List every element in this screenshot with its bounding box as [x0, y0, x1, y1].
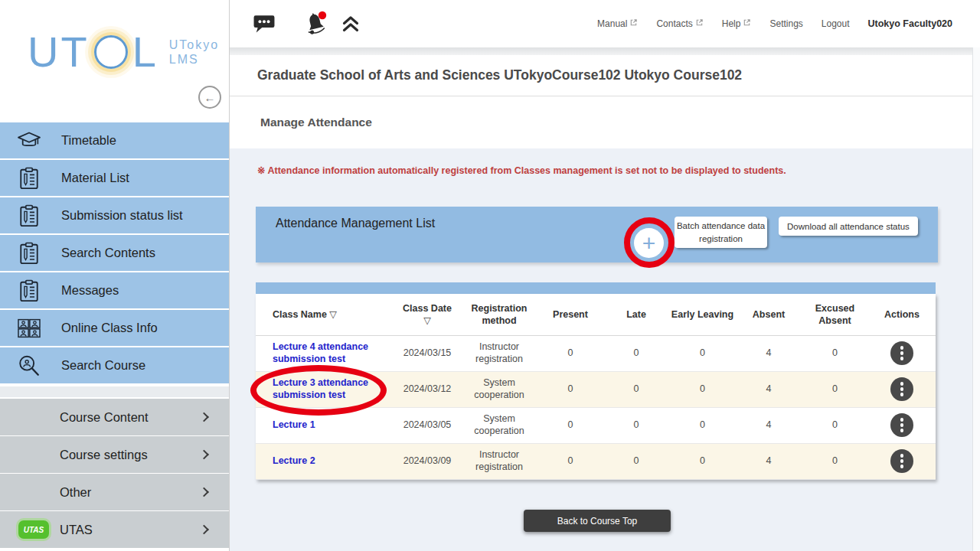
user-name: Utokyo Faculty020	[868, 18, 952, 29]
sidebar-item-material-list[interactable]: Material List	[0, 160, 229, 196]
back-to-course-top-button[interactable]: Back to Course Top	[524, 510, 671, 532]
class-date-cell: 2024/03/15	[394, 335, 461, 371]
sidebar-menu-label: Other	[60, 485, 91, 500]
batch-registration-button[interactable]: Batch attendance data registration	[675, 217, 767, 248]
sidebar-gap	[0, 385, 229, 399]
present-cell: 0	[537, 443, 603, 479]
graduation-cap-icon	[14, 130, 44, 152]
sidebar-item-label: Submission status list	[61, 208, 183, 223]
external-link-icon	[629, 18, 638, 29]
row-actions-kebab-button[interactable]	[890, 377, 913, 401]
sidebar-item-submission-status-list[interactable]: Submission status list	[0, 197, 229, 233]
sidebar-item-online-class-info[interactable]: Online Class Info	[0, 310, 229, 346]
absent-cell: 4	[736, 407, 802, 443]
left-arrow-icon: ←	[204, 91, 216, 104]
column-header-absent: Absent	[736, 294, 802, 335]
sidebar-item-label: Timetable	[61, 133, 116, 148]
class-date-cell: 2024/03/05	[394, 407, 461, 443]
column-header-actions: Actions	[868, 294, 936, 335]
add-attendance-button[interactable]: +	[634, 228, 664, 258]
registration-method-cell: System cooperation	[461, 407, 537, 443]
sidebar-menu-label: Course Content	[60, 410, 149, 425]
table-row: Lecture 3 attendance submission test2024…	[256, 371, 936, 407]
attendance-panel-header: Attendance Management List + Batch atten…	[256, 207, 938, 262]
sidebar-collapse-button[interactable]: ←	[198, 86, 221, 109]
topbar-link-help[interactable]: Help	[722, 18, 752, 29]
logo-area: UT L UTokyo LMS ←	[0, 0, 229, 122]
table-row: Lecture 12024/03/05System cooperation000…	[256, 407, 936, 443]
column-header-present: Present	[537, 294, 603, 335]
class-date-cell: 2024/03/09	[394, 443, 461, 479]
sidebar-item-label: Material List	[61, 171, 129, 185]
late-cell: 0	[603, 371, 669, 407]
class-name-cell: Lecture 4 attendance submission test	[256, 335, 394, 371]
topbar-link-manual[interactable]: Manual	[597, 18, 638, 29]
early-leaving-cell: 0	[669, 407, 736, 443]
panel-title: Attendance Management List	[276, 217, 435, 230]
actions-cell	[868, 371, 936, 407]
sort-indicator-icon[interactable]: ▽	[329, 309, 337, 320]
topbar-link-contacts[interactable]: Contacts	[656, 18, 703, 29]
class-name-link[interactable]: Lecture 2	[273, 455, 315, 468]
row-actions-kebab-button[interactable]	[890, 449, 913, 473]
attendance-notice: ※ Attendance information automatically r…	[257, 165, 786, 176]
sidebar-item-label: Search Contents	[61, 246, 155, 260]
early-leaving-cell: 0	[669, 371, 736, 407]
page-header: Manage Attendance	[230, 96, 980, 148]
sidebar-menu-other[interactable]: Other	[0, 474, 229, 510]
table-row: Lecture 22024/03/09Instructor registrati…	[256, 443, 936, 479]
sidebar-menu-course-settings[interactable]: Course settings	[0, 436, 229, 473]
sidebar-menu-utas[interactable]: UTASUTAS	[0, 511, 229, 548]
course-header: Graduate School of Arts and Sciences UTo…	[230, 55, 980, 96]
column-header-excused-absent: Excused Absent	[802, 294, 868, 335]
excused-absent-cell: 0	[802, 335, 868, 371]
excused-absent-cell: 0	[802, 407, 868, 443]
present-cell: 0	[537, 335, 603, 371]
class-name-link[interactable]: Lecture 1	[273, 419, 315, 432]
table-header-row: Class Name ▽Class Date ▽Registration met…	[256, 294, 936, 335]
scrollbar-track[interactable]	[972, 47, 980, 551]
sort-indicator-icon[interactable]: ▽	[394, 315, 461, 327]
table-top-bar	[256, 282, 936, 294]
column-header-class-date[interactable]: Class Date ▽	[394, 294, 461, 335]
clipboard-icon	[14, 242, 44, 265]
topbar-link-settings[interactable]: Settings	[769, 18, 802, 29]
sidebar-menu-label: Course settings	[60, 448, 148, 462]
download-all-button[interactable]: Download all attendance status	[779, 217, 918, 236]
sidebar-menu-course-content[interactable]: Course Content	[0, 399, 229, 435]
app-logo: UT L UTokyo LMS	[28, 31, 219, 73]
row-actions-kebab-button[interactable]	[890, 413, 913, 437]
collapse-topbar-icon[interactable]	[341, 15, 360, 33]
absent-cell: 4	[736, 443, 802, 479]
logo-letters-l: L	[132, 31, 158, 73]
class-name-cell: Lecture 3 attendance submission test	[256, 371, 394, 407]
chat-icon[interactable]	[253, 14, 276, 34]
class-name-link[interactable]: Lecture 4 attendance submission test	[273, 341, 394, 365]
column-header-registration-method: Registration method	[461, 294, 537, 335]
sidebar-item-timetable[interactable]: Timetable	[0, 122, 229, 158]
bell-icon[interactable]	[302, 10, 328, 37]
late-cell: 0	[603, 443, 669, 479]
absent-cell: 4	[736, 371, 802, 407]
class-name-link[interactable]: Lecture 3 attendance submission test	[273, 377, 394, 401]
late-cell: 0	[603, 335, 669, 371]
notification-badge	[318, 11, 326, 19]
sidebar-menu: Course ContentCourse settingsOtherUTASUT…	[0, 399, 229, 548]
sidebar-item-search-contents[interactable]: Search Contents	[0, 235, 229, 271]
registration-method-cell: Instructor registration	[461, 335, 537, 371]
topbar-link-logout[interactable]: Logout	[822, 18, 850, 29]
row-actions-kebab-button[interactable]	[890, 341, 913, 365]
sidebar-nav: TimetableMaterial ListSubmission status …	[0, 122, 229, 383]
present-cell: 0	[537, 371, 603, 407]
chevron-right-icon	[199, 487, 209, 497]
topbar-icons	[253, 10, 360, 37]
external-link-icon	[695, 18, 704, 29]
topbar-separator	[230, 47, 980, 55]
topbar-links: ManualContactsHelpSettingsLogoutUtokyo F…	[597, 18, 952, 29]
column-header-class-name[interactable]: Class Name ▽	[256, 294, 394, 335]
sidebar-item-messages[interactable]: Messages	[0, 272, 229, 308]
clipboard-icon	[14, 204, 44, 227]
excused-absent-cell: 0	[802, 371, 868, 407]
topbar: ManualContactsHelpSettingsLogoutUtokyo F…	[230, 0, 980, 47]
sidebar-item-search-course[interactable]: Search Course	[0, 347, 229, 383]
